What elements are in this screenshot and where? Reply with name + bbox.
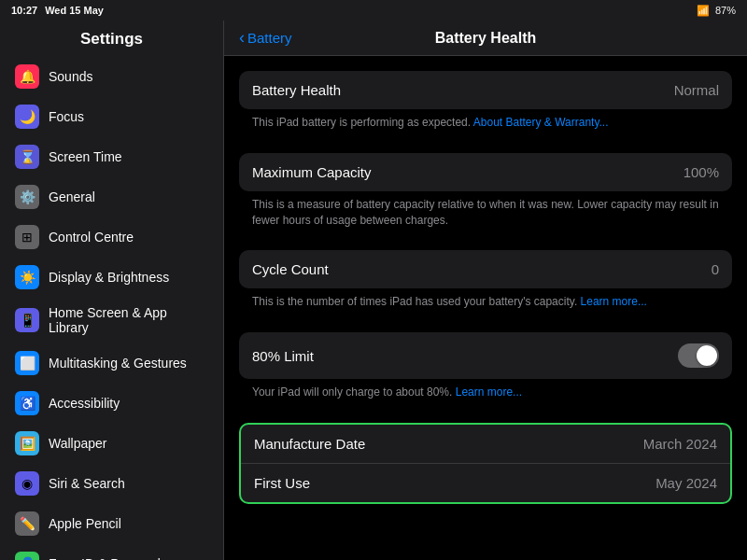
card-row-manufacture-date: Manufacture DateMarch 2024: [241, 425, 730, 464]
status-bar-right: 📶 87%: [697, 5, 736, 17]
section-battery-health-section: Battery HealthNormalThis iPad battery is…: [239, 71, 732, 142]
row-value: March 2024: [643, 436, 717, 452]
sidebar-item-label-multitasking: Multitasking & Gestures: [49, 356, 187, 371]
sidebar-title: Settings: [0, 21, 223, 56]
sounds-icon: 🔔: [15, 64, 39, 89]
toggle-knob: [697, 345, 717, 366]
section-dates-section: Manufacture DateMarch 2024First UseMay 2…: [239, 423, 732, 504]
sidebar-item-display-brightness[interactable]: ☀️Display & Brightness: [4, 258, 219, 297]
row-value: May 2024: [655, 475, 717, 491]
card-cycle-count-section: Cycle Count0: [239, 250, 732, 288]
back-button[interactable]: ‹ Battery: [239, 28, 292, 48]
time: 10:27: [11, 5, 37, 16]
sidebar-item-label-screen-time: Screen Time: [49, 149, 122, 164]
back-chevron-icon: ‹: [239, 28, 245, 48]
status-bar: 10:27 Wed 15 May 📶 87%: [0, 0, 747, 21]
row-value: 0: [712, 261, 719, 277]
general-icon: ⚙️: [15, 185, 39, 209]
display-brightness-icon: ☀️: [15, 265, 39, 289]
content-area: ‹ Battery Battery Health Battery HealthN…: [224, 21, 747, 560]
card-max-capacity-section: Maximum Capacity100%: [239, 153, 732, 191]
date: Wed 15 May: [45, 5, 104, 16]
row-label: 80% Limit: [252, 348, 314, 364]
battery-level: 87%: [715, 5, 736, 16]
sidebar-item-home-screen[interactable]: 📱Home Screen & App Library: [4, 298, 219, 343]
sidebar-item-wallpaper[interactable]: 🖼️Wallpaper: [4, 424, 219, 463]
sidebar-item-focus[interactable]: 🌙Focus: [4, 97, 219, 136]
section-description-max-capacity-section: This is a measure of battery capacity re…: [239, 191, 732, 240]
sidebar-item-general[interactable]: ⚙️General: [4, 177, 219, 217]
row-label: Manufacture Date: [254, 436, 365, 452]
focus-icon: 🌙: [15, 105, 39, 129]
row-label: First Use: [254, 475, 310, 491]
row-label: Battery Health: [252, 82, 341, 98]
sidebar: Settings 🔔Sounds🌙Focus⌛Screen Time⚙️Gene…: [0, 21, 224, 560]
main-layout: Settings 🔔Sounds🌙Focus⌛Screen Time⚙️Gene…: [0, 21, 747, 560]
sidebar-item-label-sounds: Sounds: [49, 69, 92, 84]
section-max-capacity-section: Maximum Capacity100%This is a measure of…: [239, 153, 732, 240]
card-battery-health-section: Battery HealthNormal: [239, 71, 732, 109]
sidebar-item-label-face-id: Face ID & Passcode: [49, 556, 168, 560]
sidebar-item-siri[interactable]: ◉Siri & Search: [4, 464, 219, 503]
card-row-battery-health: Battery HealthNormal: [239, 71, 732, 109]
sidebar-item-label-control-centre: Control Centre: [49, 230, 134, 245]
sidebar-item-face-id[interactable]: 👤Face ID & Passcode: [4, 544, 219, 560]
page-title: Battery Health: [435, 30, 536, 47]
wifi-icon: 📶: [697, 5, 710, 17]
description-link-limit-section[interactable]: Learn more...: [456, 385, 522, 399]
multitasking-icon: ⬜: [15, 351, 39, 375]
screen-time-icon: ⌛: [15, 145, 39, 169]
sidebar-item-control-centre[interactable]: ⊞Control Centre: [4, 217, 219, 257]
control-centre-icon: ⊞: [15, 225, 39, 249]
card-row-cycle-count: Cycle Count0: [239, 250, 732, 288]
apple-pencil-icon: ✏️: [15, 511, 39, 536]
row-value: Normal: [674, 82, 719, 98]
sidebar-item-accessibility[interactable]: ♿Accessibility: [4, 384, 219, 423]
status-bar-left: 10:27 Wed 15 May: [11, 5, 104, 16]
back-label: Battery: [247, 30, 292, 46]
section-description-cycle-count-section: This is the number of times iPad has use…: [239, 288, 732, 321]
row-value: 100%: [684, 164, 719, 180]
sidebar-item-label-accessibility: Accessibility: [49, 396, 120, 411]
siri-icon: ◉: [15, 471, 39, 496]
sidebar-item-sounds[interactable]: 🔔Sounds: [4, 57, 219, 96]
sidebar-item-multitasking[interactable]: ⬜Multitasking & Gestures: [4, 343, 219, 383]
section-description-battery-health-section: This iPad battery is performing as expec…: [239, 109, 732, 142]
sidebar-item-label-siri: Siri & Search: [49, 476, 125, 491]
card-limit-section: 80% Limit: [239, 332, 732, 379]
sidebar-item-label-general: General: [49, 189, 95, 204]
home-screen-icon: 📱: [15, 308, 39, 332]
card-dates-section: Manufacture DateMarch 2024First UseMay 2…: [239, 423, 732, 504]
sidebar-item-label-home-screen: Home Screen & App Library: [49, 305, 208, 335]
content-body: Battery HealthNormalThis iPad battery is…: [224, 56, 747, 519]
sidebar-item-screen-time[interactable]: ⌛Screen Time: [4, 137, 219, 176]
section-description-limit-section: Your iPad will only charge to about 80%.…: [239, 379, 732, 412]
accessibility-icon: ♿: [15, 391, 39, 415]
face-id-icon: 👤: [15, 552, 39, 560]
description-link-battery-health-section[interactable]: About Battery & Warranty...: [473, 116, 609, 129]
section-cycle-count-section: Cycle Count0This is the number of times …: [239, 250, 732, 321]
row-label: Maximum Capacity: [252, 164, 372, 180]
card-row-first-use: First UseMay 2024: [241, 464, 730, 502]
sidebar-item-apple-pencil[interactable]: ✏️Apple Pencil: [4, 504, 219, 543]
sidebar-item-label-wallpaper: Wallpaper: [49, 436, 107, 451]
card-row-80%-limit: 80% Limit: [239, 332, 732, 379]
row-label: Cycle Count: [252, 261, 329, 277]
wallpaper-icon: 🖼️: [15, 431, 39, 455]
description-link-cycle-count-section[interactable]: Learn more...: [581, 295, 647, 308]
card-row-maximum-capacity: Maximum Capacity100%: [239, 153, 732, 191]
sidebar-item-label-display-brightness: Display & Brightness: [49, 270, 169, 285]
content-header: ‹ Battery Battery Health: [224, 21, 747, 56]
sidebar-item-label-apple-pencil: Apple Pencil: [49, 516, 121, 531]
sidebar-item-label-focus: Focus: [49, 109, 84, 124]
section-limit-section: 80% LimitYour iPad will only charge to a…: [239, 332, 732, 412]
sidebar-items-container: 🔔Sounds🌙Focus⌛Screen Time⚙️General⊞Contr…: [0, 57, 223, 560]
toggle-80%-limit[interactable]: [678, 343, 719, 368]
